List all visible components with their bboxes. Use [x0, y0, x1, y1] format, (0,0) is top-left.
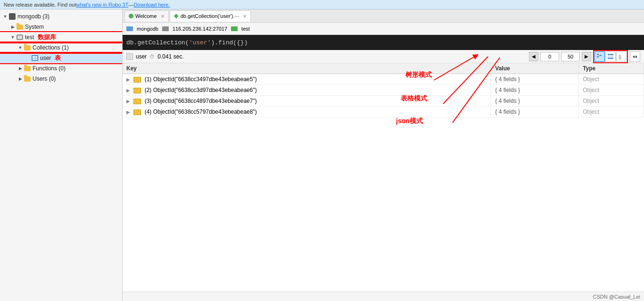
view-tree-button[interactable]	[594, 51, 605, 62]
folder-icon-users	[24, 75, 31, 83]
sidebar-label-test: test	[25, 34, 34, 41]
view-mode-group: {}	[593, 50, 628, 63]
sidebar-label-system: System	[25, 24, 44, 30]
sidebar-item-mongodb[interactable]: mongodb (3)	[0, 11, 122, 22]
status-bar: CSDN @Casual_Lei	[123, 292, 644, 301]
tab-close-query[interactable]: ✕	[243, 14, 247, 19]
view-json-button[interactable]: {}	[616, 51, 627, 62]
row-expand-arrow[interactable]: ▶	[126, 109, 130, 115]
col-header-type: Type	[579, 63, 644, 74]
tab-icon-welcome	[129, 14, 133, 18]
sidebar-item-users[interactable]: Users (0)	[0, 74, 122, 84]
table-row: ▶ (3) ObjectId("6638cc4897dbe43ebeabeae7…	[123, 96, 644, 107]
type-text: Object	[583, 76, 599, 83]
svg-rect-2	[600, 55, 602, 56]
prev-page-button[interactable]: ◀	[529, 52, 538, 61]
tab-query[interactable]: db.getCollection('user').··· ✕	[170, 10, 251, 22]
svg-text:{}: {}	[619, 55, 621, 59]
sidebar-item-system[interactable]: System	[0, 22, 122, 32]
db-icon-test	[16, 33, 24, 41]
table-row: ▶ (1) ObjectId("6638cc3497dbe43ebeabeae5…	[123, 74, 644, 85]
tab-label-welcome: Welcome	[135, 13, 157, 19]
cell-key: ▶ (3) ObjectId("6638cc4897dbe43ebeabeae7…	[123, 96, 491, 107]
row-icon	[133, 88, 141, 93]
tab-label-query: db.getCollection('user').···	[181, 13, 239, 19]
expand-arrow-system	[9, 24, 16, 30]
expand-panel-button[interactable]: ⇔	[630, 51, 640, 62]
result-toolbar: user ⏱ 0.041 sec. ◀ ▶ {}	[123, 50, 644, 63]
svg-line-4	[599, 55, 600, 57]
svg-rect-1	[597, 56, 599, 58]
type-text: Object	[583, 98, 599, 104]
notify-bar: New release available. Find out what's n…	[0, 0, 644, 9]
key-value: (2) ObjectId("6638cc3d97dbe43ebeabeae6")	[145, 87, 257, 93]
sidebar-label-users: Users (0)	[33, 75, 56, 82]
cell-value: { 4 fields }	[491, 74, 579, 85]
cell-value: { 4 fields }	[491, 85, 579, 96]
tab-close-welcome[interactable]: ✕	[161, 14, 165, 19]
value-text: { 4 fields }	[495, 76, 520, 83]
cell-key: ▶ (2) ObjectId("6638cc3d97dbe43ebeabeae6…	[123, 85, 491, 96]
row-icon	[133, 109, 141, 115]
svg-rect-6	[608, 56, 613, 57]
notify-link-download[interactable]: Download here.	[133, 2, 170, 8]
tab-welcome[interactable]: Welcome ✕	[124, 10, 169, 22]
result-time: 0.041 sec.	[157, 53, 183, 60]
conn-server: mongodb	[137, 26, 158, 32]
svg-rect-0	[597, 54, 599, 55]
folder-icon-system	[16, 23, 24, 31]
status-text: CSDN @Casual_Lei	[593, 294, 640, 300]
next-page-button[interactable]: ▶	[582, 52, 591, 61]
sidebar-label-collections: Collections (1)	[33, 44, 69, 51]
key-value: (1) ObjectId("6638cc3497dbe43ebeabeae5")	[145, 76, 257, 83]
tab-bar: Welcome ✕ db.getCollection('user').··· ✕	[123, 9, 644, 23]
server-icon	[8, 13, 16, 20]
notify-text: New release available. Find out	[4, 2, 76, 8]
sidebar-item-test[interactable]: test 数据库	[0, 32, 122, 42]
cell-type: Object	[579, 107, 644, 117]
table-icon	[126, 53, 133, 60]
annotation-database: 数据库	[38, 33, 56, 42]
data-table: Key Value Type ▶ (1) ObjectId("6638cc349…	[123, 63, 644, 292]
svg-rect-5	[608, 54, 613, 55]
host-conn-icon	[162, 26, 169, 31]
notify-link-whats-new[interactable]: what's new in Robo 3T	[76, 2, 128, 8]
tab-icon-query	[174, 14, 179, 18]
view-table-button[interactable]	[605, 51, 616, 62]
annotation-table: 表	[55, 54, 61, 62]
sidebar-label-user: user	[40, 55, 51, 61]
page-size-input[interactable]	[561, 52, 580, 61]
query-bar[interactable]: db.getCollection('user').find({})	[123, 35, 644, 50]
expand-arrow-users	[17, 75, 24, 82]
col-header-value: Value	[491, 63, 579, 74]
conn-db: test	[241, 26, 250, 32]
expand-arrow-collections	[17, 44, 24, 51]
page-current-input[interactable]	[540, 52, 559, 61]
folder-icon-collections	[24, 44, 31, 51]
cell-type: Object	[579, 85, 644, 96]
sidebar-label-functions: Functions (0)	[33, 65, 66, 72]
table-row: ▶ (4) ObjectId("6638cc5797dbe43ebeabeae8…	[123, 107, 644, 117]
cell-key: ▶ (4) ObjectId("6638cc5797dbe43ebeabeae8…	[123, 107, 491, 117]
sidebar-item-user[interactable]: user 表	[0, 53, 122, 63]
cell-value: { 4 fields }	[491, 96, 579, 107]
sidebar-item-functions[interactable]: Functions (0)	[0, 63, 122, 74]
row-expand-arrow[interactable]: ▶	[126, 77, 130, 82]
row-expand-arrow[interactable]: ▶	[126, 88, 130, 93]
cell-value: { 4 fields }	[491, 107, 579, 117]
query-text: db.getCollection('user').find({})	[126, 39, 248, 46]
col-header-key: Key	[123, 63, 491, 74]
cell-type: Object	[579, 96, 644, 107]
result-toolbar-left: user ⏱ 0.041 sec.	[126, 53, 526, 60]
result-collection-name: user	[136, 53, 147, 60]
sidebar-item-collections[interactable]: Collections (1)	[0, 42, 122, 53]
row-expand-arrow[interactable]: ▶	[126, 99, 130, 104]
table-row: ▶ (2) ObjectId("6638cc3d97dbe43ebeabeae6…	[123, 85, 644, 96]
server-conn-icon	[126, 26, 133, 31]
type-text: Object	[583, 87, 599, 93]
key-value: (4) ObjectId("6638cc5797dbe43ebeabeae8")	[145, 109, 257, 115]
cell-key: ▶ (1) ObjectId("6638cc3497dbe43ebeabeae5…	[123, 74, 491, 85]
cell-type: Object	[579, 74, 644, 85]
sidebar: mongodb (3) System test 数据库 Collections …	[0, 9, 123, 301]
connection-bar: mongodb 116.205.236.142:27017 test	[123, 23, 644, 35]
